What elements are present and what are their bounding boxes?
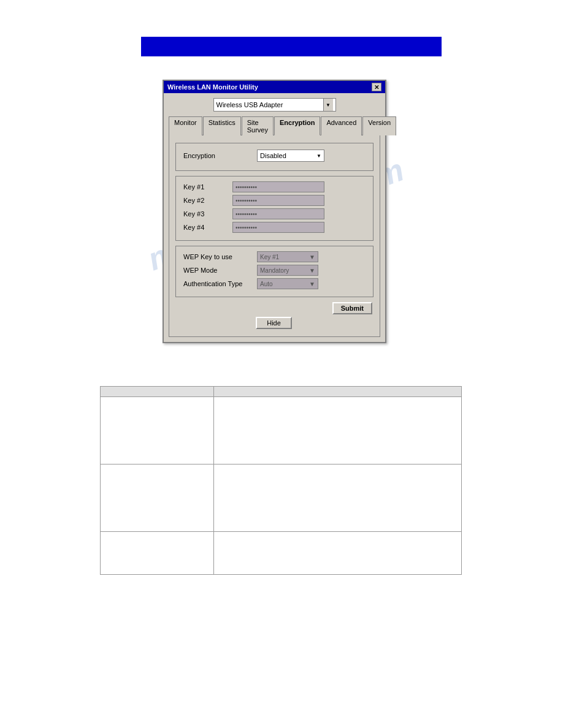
tab-site-survey[interactable]: Site Survey xyxy=(242,116,274,135)
hide-label: Hide xyxy=(267,319,281,327)
dropdown-arrow-icon: ▼ xyxy=(323,99,333,111)
key-fields-group: Key #1 Key #2 Key #3 Key #4 xyxy=(175,176,373,241)
table-header-col2 xyxy=(214,387,462,397)
auth-type-row: Authentication Type Auto ▼ xyxy=(183,278,366,289)
content-area: Encryption Disabled ▼ Key #1 Key #2 xyxy=(169,135,380,337)
key3-label: Key #3 xyxy=(183,210,232,218)
tab-monitor[interactable]: Monitor xyxy=(169,116,202,135)
key3-row: Key #3 xyxy=(183,208,366,219)
tab-encryption[interactable]: Encryption xyxy=(274,116,320,135)
wep-mode-value: Mandatory xyxy=(260,267,289,274)
key1-input[interactable] xyxy=(232,181,324,192)
dialog-body: Wireless USB Adapter ▼ Monitor Statistic… xyxy=(164,93,385,342)
hide-row: Hide xyxy=(175,317,373,329)
wep-key-arrow-icon: ▼ xyxy=(309,254,315,260)
tab-version[interactable]: Version xyxy=(362,116,396,135)
key3-input[interactable] xyxy=(232,208,324,219)
close-button[interactable]: ✕ xyxy=(372,83,381,91)
dialog-titlebar: Wireless LAN Monitor Utility ✕ xyxy=(164,81,385,93)
key4-row: Key #4 xyxy=(183,222,366,233)
wep-key-dropdown[interactable]: Key #1 ▼ xyxy=(257,251,318,262)
key4-label: Key #4 xyxy=(183,224,232,231)
auth-type-label: Authentication Type xyxy=(183,280,257,287)
dialog-window: Wireless LAN Monitor Utility ✕ Wireless … xyxy=(163,80,386,343)
auth-type-value: Auto xyxy=(260,281,273,287)
key1-label: Key #1 xyxy=(183,183,232,191)
wep-key-label: WEP Key to use xyxy=(183,253,257,260)
table-row-3-col2 xyxy=(214,532,462,575)
wep-mode-dropdown[interactable]: Mandatory ▼ xyxy=(257,265,318,276)
key2-input[interactable] xyxy=(232,195,324,206)
wep-mode-label: WEP Mode xyxy=(183,267,257,274)
key2-row: Key #2 xyxy=(183,195,366,206)
adapter-row: Wireless USB Adapter ▼ xyxy=(169,98,380,112)
encryption-field-row: Encryption Disabled ▼ xyxy=(183,150,366,162)
tab-advanced[interactable]: Advanced xyxy=(321,116,362,135)
auth-type-arrow-icon: ▼ xyxy=(309,281,315,287)
key4-input[interactable] xyxy=(232,222,324,233)
dialog-title: Wireless LAN Monitor Utility xyxy=(167,83,258,91)
encryption-label: Encryption xyxy=(183,152,232,159)
encryption-group: Encryption Disabled ▼ xyxy=(175,143,373,171)
adapter-value: Wireless USB Adapter xyxy=(216,101,283,108)
hide-button[interactable]: Hide xyxy=(256,317,292,329)
adapter-dropdown[interactable]: Wireless USB Adapter ▼ xyxy=(213,98,336,112)
table-row-2-col1 xyxy=(101,464,214,532)
key1-row: Key #1 xyxy=(183,181,366,192)
table-header-col1 xyxy=(101,387,214,397)
encryption-dropdown[interactable]: Disabled ▼ xyxy=(257,150,324,162)
table-row-1-col1 xyxy=(101,397,214,464)
header-bar xyxy=(141,37,442,56)
submit-button[interactable]: Submit xyxy=(332,302,372,314)
key2-label: Key #2 xyxy=(183,197,232,204)
wep-key-row: WEP Key to use Key #1 ▼ xyxy=(183,251,366,262)
submit-label: Submit xyxy=(341,305,364,312)
encryption-arrow-icon: ▼ xyxy=(316,153,321,159)
wep-mode-row: WEP Mode Mandatory ▼ xyxy=(183,265,366,276)
table-row-3-col1 xyxy=(101,532,214,575)
bottom-table xyxy=(100,386,462,575)
tabs-row: Monitor Statistics Site Survey Encryptio… xyxy=(169,116,380,135)
wep-mode-arrow-icon: ▼ xyxy=(309,267,315,274)
tab-statistics[interactable]: Statistics xyxy=(203,116,241,135)
submit-row: Submit xyxy=(175,302,373,314)
encryption-value: Disabled xyxy=(260,152,286,159)
table-row-1-col2 xyxy=(214,397,462,464)
wep-key-value: Key #1 xyxy=(260,254,279,260)
auth-type-dropdown[interactable]: Auto ▼ xyxy=(257,278,318,289)
close-icon: ✕ xyxy=(374,84,379,91)
table-row-2-col2 xyxy=(214,464,462,532)
wep-group: WEP Key to use Key #1 ▼ WEP Mode Mandato… xyxy=(175,246,373,297)
